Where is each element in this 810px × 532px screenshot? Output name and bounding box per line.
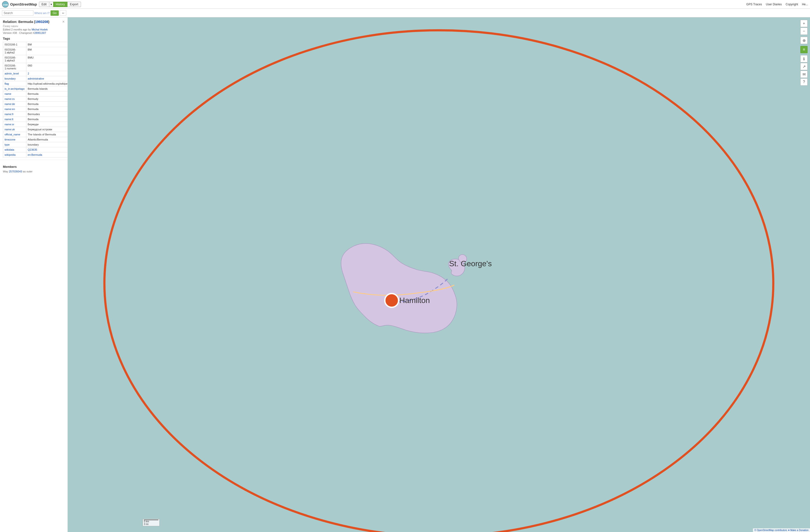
export-button[interactable]: Export [67,2,81,7]
editor-link[interactable]: Michal Hodek [32,28,48,31]
tag-key: ISO3166-1 [3,42,26,47]
tag-key-link[interactable]: type [4,143,10,146]
tag-key-link[interactable]: wikidata [4,148,14,151]
tag-key-link[interactable]: name:cs [4,97,15,100]
tag-key-link[interactable]: official_name [4,133,20,136]
version-info: Version #38 · Changeset #28951307 [3,31,65,34]
tag-value: Bermuda [26,92,68,96]
zoom-in-button[interactable]: + [800,20,808,27]
tag-value-link[interactable]: 2 [28,72,29,75]
edit-dropdown-button[interactable]: ▾ [49,2,53,7]
tag-key: flag [3,81,26,86]
zoom-out-button[interactable]: − [800,28,808,35]
tag-row: timezoneAtlantic/Bermuda [3,137,68,142]
tag-value: BMU [26,55,68,63]
map-controls: + − ⊕ ≡ ℹ ↗ ✉ ? [800,20,808,86]
tag-row: name:frBermudes [3,112,68,117]
tag-key-link[interactable]: wikipedia [4,153,15,156]
edit-info: Edited 2 months ago by Michal Hodek [3,28,65,31]
header: OSM OpenStreetMap Edit ▾ History Export … [0,0,810,9]
tag-key: name:en [3,107,26,112]
tag-row: name:srБермуди [3,122,68,127]
scale-bar: 5 km 3 mi [143,519,160,526]
tag-key: admin_level [3,71,26,76]
tag-key-link[interactable]: timezone [4,138,15,141]
hamilton-label: Hamilton [400,296,430,305]
tag-row: typeboundary [3,142,68,147]
user-diaries-link[interactable]: User Diaries [766,3,782,6]
comment-button[interactable]: ✉ [800,70,808,78]
tag-key-link[interactable]: name:lt [4,118,13,121]
close-button[interactable]: × [62,20,65,24]
tag-row: name:enBermuda [3,107,68,112]
tag-key-link[interactable]: name [4,92,11,95]
tag-value: Бермуди [26,122,68,127]
copyright-link[interactable]: Copyright [785,3,798,6]
tag-key-link[interactable]: name:en [4,108,15,111]
tag-row: ISO3166-1:numeric060 [3,63,68,71]
svg-rect-2 [68,17,810,532]
relation-id-link[interactable]: 1993208 [35,20,48,24]
tag-value: 060 [26,63,68,71]
tag-row: name:csBermudy [3,96,68,101]
scale-km: 5 km [144,520,158,523]
tag-row: nameBermuda [3,92,68,96]
directions-button[interactable]: ↔ [60,10,66,16]
tag-key-link[interactable]: is_in:archipelago [4,87,25,90]
tag-value: BM [26,47,68,55]
share-button[interactable]: ↗ [800,63,808,70]
searchbar: Where am I? Go ↔ [0,9,810,17]
tag-value: Bermuda [26,107,68,112]
geolocate-button[interactable]: ⊕ [800,37,808,44]
tag-value-link[interactable]: administrative [28,77,44,80]
tag-row: name:ukБермудські острови [3,127,68,132]
svg-text:OSM: OSM [3,3,8,6]
map-container[interactable]: Hamilton St. George's + − ⊕ ≡ ℹ ↗ ✉ ? 5 … [68,17,810,532]
tag-value: en:Bermuda [26,152,68,158]
tag-key: name:sr [3,122,26,127]
tag-key-link[interactable]: name:uk [4,128,15,131]
donate-link[interactable]: ♥ Make a Donation [788,529,809,532]
svg-point-4 [385,293,399,307]
info-button[interactable]: ℹ [800,55,808,62]
search-input[interactable] [2,11,33,16]
nav-buttons: Edit ▾ History Export [39,2,81,7]
stgeorges-label: St. George's [449,259,492,268]
tag-value: Bermuda Islands [26,86,68,92]
osm-logo-icon: OSM [2,1,9,8]
gps-traces-link[interactable]: GPS Traces [746,3,762,6]
header-nav: GPS Traces User Diaries Copyright He... [746,3,808,6]
tag-key-link[interactable]: name:de [4,102,15,106]
tag-key: name [3,92,26,96]
scale-mi: 3 mi [144,523,158,526]
help-button[interactable]: ? [800,78,808,86]
tag-key: name:lt [3,117,26,122]
tag-key-link[interactable]: flag [4,82,9,85]
where-am-i-link[interactable]: Where am I? [34,12,50,15]
tag-row: admin_level2 [3,71,68,76]
layers-button[interactable]: ≡ [800,46,808,53]
changeset-link[interactable]: 28951307 [34,31,46,34]
member-item: Way 257039343 as outer [3,170,65,173]
tag-key-link[interactable]: admin_level [4,72,19,75]
tag-value: BM [26,42,68,47]
tag-key-link[interactable]: name:sr [4,123,14,126]
tag-key-link[interactable]: name:fr [4,113,14,116]
history-button[interactable]: History [53,2,67,7]
tag-value: The Islands of Bermuda [26,132,68,137]
tag-value-link[interactable]: Q23635 [28,148,37,151]
tag-key-link[interactable]: boundary [4,77,16,80]
member-link[interactable]: 257039343 [9,170,22,173]
tag-row: ISO3166-1:alpha2BM [3,47,68,55]
tag-key: name:fr [3,112,26,117]
attribution: © OpenStreetMap contributors ♥ Make a Do… [753,528,810,532]
edit-button[interactable]: Edit [39,2,49,7]
go-button[interactable]: Go [50,11,59,16]
tag-row: is_in:archipelagoBermuda Islands [3,86,68,92]
relation-title: Relation: Bermuda (1993208) [3,20,49,24]
osm-attribution-link[interactable]: © OpenStreetMap contributors [755,529,787,532]
tag-row: ISO3166-1BM [3,42,68,47]
tag-key: ISO3166-1:numeric [3,63,26,71]
help-link[interactable]: He... [802,3,808,6]
tag-value-link[interactable]: en:Bermuda [28,153,42,156]
